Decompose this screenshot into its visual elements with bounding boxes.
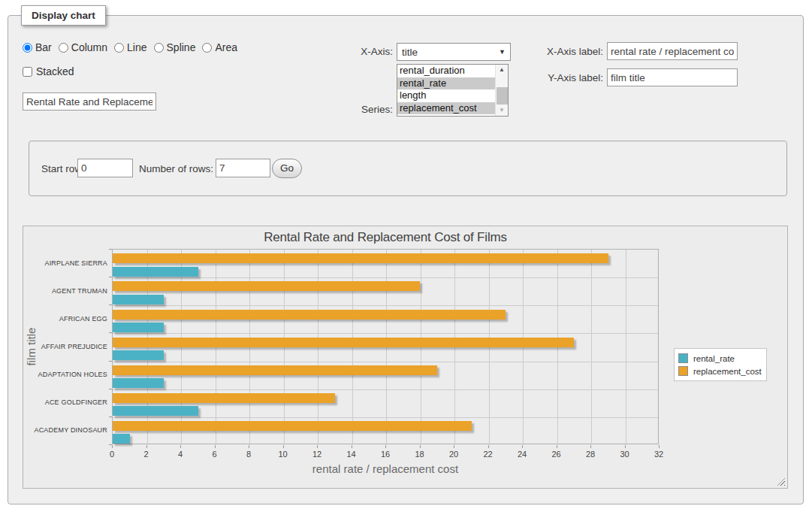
go-button[interactable]: Go (272, 159, 302, 178)
chart-type-radio-group: BarColumnLineSplineArea (23, 41, 244, 53)
series-option-replacement_cost[interactable]: replacement_cost (397, 102, 495, 115)
chart-type-radio-area[interactable] (202, 43, 212, 53)
x-tick-label: 6 (212, 450, 216, 459)
x-tick-mark (420, 445, 421, 448)
number-of-rows-input[interactable] (216, 159, 270, 177)
scroll-down-icon[interactable]: ▼ (496, 105, 508, 116)
x-tick-label: 28 (586, 450, 595, 459)
gridline-band (113, 417, 658, 418)
x-axis-select[interactable]: title ▼ (397, 43, 511, 61)
legend-swatch (678, 353, 688, 363)
legend-item-rental_rate: rental_rate (678, 352, 762, 365)
x-tick-label: 4 (178, 450, 183, 459)
bar-replacement_cost[interactable] (113, 393, 335, 403)
stacked-checkbox[interactable] (23, 67, 32, 77)
bar-replacement_cost[interactable] (113, 365, 437, 375)
plot-area (112, 249, 659, 444)
x-tick-mark (249, 445, 249, 448)
resize-handle-icon[interactable] (777, 478, 785, 486)
category-label: ACADEMY DINOSAUR (23, 426, 107, 434)
chart-type-label: Bar (35, 41, 52, 53)
scrollbar-thumb[interactable] (497, 87, 508, 105)
chart-title-input[interactable] (23, 92, 156, 111)
x-tick-label: 22 (483, 450, 492, 459)
y-axis-label-input[interactable] (607, 68, 738, 86)
chart-type-option-column: Column (59, 41, 107, 53)
x-axis-label-caption: X-Axis label: (526, 46, 603, 57)
chart-type-option-bar: Bar (23, 41, 52, 53)
bar-rental_rate[interactable] (113, 378, 164, 388)
y-axis-title: film title (25, 328, 38, 366)
x-axis-select-label: X-Axis: (315, 46, 393, 57)
series-scrollbar[interactable]: ▲ ▼ (495, 65, 508, 116)
x-tick-label: 0 (110, 450, 114, 459)
gridline-band (113, 389, 658, 390)
bar-rental_rate[interactable] (113, 295, 164, 304)
legend-label: replacement_cost (693, 367, 762, 376)
x-tick-mark (625, 445, 626, 448)
category-label: AGENT TRUMAN (23, 287, 107, 295)
chart-type-radio-line[interactable] (114, 43, 124, 53)
bar-replacement_cost[interactable] (113, 253, 608, 263)
chart-type-radio-column[interactable] (59, 43, 68, 53)
x-tick-label: 10 (278, 450, 287, 459)
bar-replacement_cost[interactable] (113, 310, 506, 320)
x-tick-mark (454, 445, 454, 448)
legend-swatch (678, 366, 688, 376)
x-tick-mark (488, 445, 489, 448)
series-option-rental_rate[interactable]: rental_rate (397, 77, 495, 90)
x-tick-mark (283, 445, 284, 448)
gridline-band (113, 333, 658, 334)
category-label: AIRPLANE SIERRA (23, 259, 107, 267)
bar-replacement_cost[interactable] (113, 338, 574, 347)
category-label: ACE GOLDFINGER (23, 398, 107, 406)
series-option-rental_duration[interactable]: rental_duration (397, 65, 495, 77)
bar-rental_rate[interactable] (113, 350, 164, 360)
x-tick-mark (659, 445, 660, 448)
chart-type-radio-spline[interactable] (154, 43, 164, 53)
x-tick-mark (180, 445, 181, 448)
x-tick-label: 18 (415, 450, 424, 459)
x-tick-mark (522, 445, 523, 448)
y-tick-mark (109, 444, 112, 445)
x-tick-mark (317, 445, 318, 448)
bar-rental_rate[interactable] (113, 406, 198, 416)
category-label: ADAPTATION HOLES (23, 371, 107, 378)
x-tick-mark (590, 445, 591, 448)
x-axis-label-input[interactable] (607, 42, 738, 60)
bar-rental_rate[interactable] (113, 434, 130, 444)
x-tick-label: 32 (654, 450, 663, 459)
y-tick-mark (109, 389, 112, 389)
stacked-label: Stacked (36, 65, 74, 77)
bar-replacement_cost[interactable] (113, 421, 472, 431)
chart-type-option-line: Line (114, 41, 146, 53)
category-label: AFRICAN EGG (23, 315, 107, 323)
y-axis-label-caption: Y-Axis label: (526, 72, 603, 83)
chart-type-label: Spline (167, 41, 196, 53)
x-tick-mark (557, 445, 557, 448)
x-tick-label: 12 (312, 450, 321, 459)
x-tick-mark (352, 445, 352, 448)
chart-type-label: Line (127, 41, 146, 53)
start-row-input[interactable] (77, 159, 133, 177)
series-listbox[interactable]: rental_durationrental_ratelengthreplacem… (397, 64, 509, 117)
series-select-label: Series: (315, 104, 393, 115)
y-tick-mark (109, 304, 112, 305)
chart-title: Rental Rate and Replacement Cost of Film… (112, 230, 659, 245)
bar-rental_rate[interactable] (113, 267, 198, 277)
bar-replacement_cost[interactable] (113, 281, 420, 291)
x-tick-mark (146, 445, 147, 448)
chart-type-radio-bar[interactable] (23, 43, 32, 53)
scroll-up-icon[interactable]: ▲ (496, 65, 508, 75)
chevron-down-icon: ▼ (499, 48, 506, 56)
y-tick-mark (109, 249, 112, 250)
chart-type-label: Column (71, 41, 107, 53)
fieldset-legend-text: Display chart (32, 10, 95, 21)
chart-type-option-spline: Spline (154, 41, 196, 53)
gridline-x-28 (591, 250, 592, 444)
x-tick-mark (215, 445, 216, 448)
bar-rental_rate[interactable] (113, 323, 164, 332)
series-option-length[interactable]: length (397, 89, 495, 102)
x-tick-label: 14 (346, 450, 355, 459)
x-tick-label: 16 (381, 450, 390, 459)
